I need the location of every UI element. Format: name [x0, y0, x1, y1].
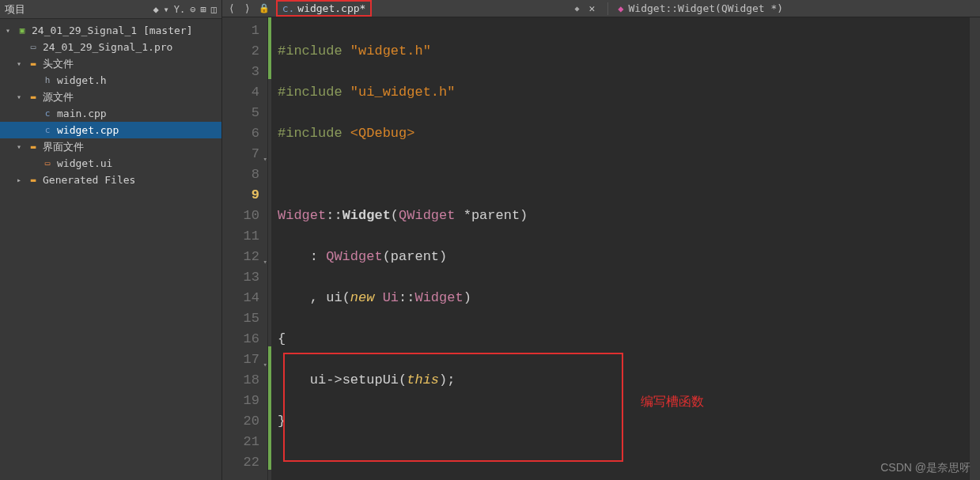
qt-project-icon: ▣	[16, 25, 28, 37]
nav-forward-icon[interactable]: ⟩	[243, 2, 252, 14]
line-num: 22	[222, 452, 259, 473]
tree-sources-folder[interactable]: ▾ ▬ 源文件	[0, 89, 221, 105]
file-icon: ▭	[27, 41, 40, 54]
close-icon[interactable]: ✕	[585, 2, 598, 14]
tree-label: 源文件	[43, 90, 74, 104]
tree-label: widget.h	[57, 74, 107, 86]
line-gutter: 1 2 3 4 5 6 7▾ 8 9 10 11 12▾ 13 14 15 16…	[222, 17, 268, 480]
tree-label: widget.cpp	[57, 124, 119, 136]
fold-icon[interactable]: ▾	[263, 149, 267, 170]
sidebar-header: 项目 ◆ ▾ Y. ⊖ ⊞ ◫	[0, 0, 221, 19]
filter-icon[interactable]: ▾	[164, 4, 169, 15]
tree-pro-file[interactable]: ▭ 24_01_29_Signal_1.pro	[0, 39, 221, 55]
line-num: 11	[222, 226, 259, 247]
combo-arrow-icon[interactable]: ◆	[574, 4, 579, 13]
chevron-down-icon: ▾	[14, 93, 24, 101]
editor-area: ⟨ ⟩ 🔒 c. widget.cpp* ◆ ✕ ◆ Widget::Widge…	[222, 0, 980, 480]
tree-label: 头文件	[43, 57, 74, 71]
line-num: 10	[222, 206, 259, 226]
line-num: 7▾	[222, 144, 259, 164]
tree-header-file[interactable]: h widget.h	[0, 72, 221, 89]
cpp-file-icon: c.	[282, 2, 295, 14]
annotation-text: 编写槽函数	[641, 394, 704, 410]
chevron-down-icon: ▾	[3, 26, 13, 35]
cpp-file-icon: c	[41, 124, 54, 137]
folder-icon: ▬	[27, 58, 40, 70]
sidebar-title: 项目	[5, 2, 153, 17]
dropdown-icon[interactable]: ◆	[153, 4, 158, 15]
cpp-file-icon: c	[41, 108, 54, 120]
tree-label: main.cpp	[57, 108, 107, 119]
code-editor[interactable]: #include "widget.h" #include "ui_widget.…	[271, 17, 969, 480]
chevron-right-icon: ▸	[14, 176, 24, 184]
breadcrumb-label: Widget::Widget(QWidget *)	[629, 2, 784, 14]
folder-icon: ▬	[27, 91, 40, 104]
folder-icon: ▬	[27, 141, 40, 153]
nav-back-icon[interactable]: ⟨	[227, 2, 236, 14]
line-num: 12▾	[222, 247, 259, 267]
line-num: 19	[222, 391, 259, 411]
line-num: 6	[222, 123, 259, 144]
tree-label: 24_01_29_Signal_1 [master]	[32, 25, 193, 36]
file-tab-label: widget.cpp*	[297, 2, 365, 14]
file-tab[interactable]: c. widget.cpp*	[276, 0, 373, 17]
line-num: 16	[222, 329, 259, 350]
folder-icon: ▬	[27, 174, 40, 187]
line-num: 4	[222, 82, 259, 103]
tree-forms-folder[interactable]: ▾ ▬ 界面文件	[0, 138, 221, 155]
tree-label: 界面文件	[43, 140, 84, 154]
link-icon[interactable]: ⊖	[190, 4, 195, 15]
line-num: 1	[222, 21, 259, 41]
tree-project-root[interactable]: ▾ ▣ 24_01_29_Signal_1 [master]	[0, 22, 221, 39]
line-num: 3	[222, 62, 259, 82]
fold-icon[interactable]: ▾	[263, 355, 267, 376]
line-num: 8	[222, 164, 259, 185]
line-num: 15	[222, 308, 259, 329]
fold-icon[interactable]: ▾	[263, 252, 267, 273]
tree-widget-cpp[interactable]: c widget.cpp	[0, 122, 221, 138]
line-num: 2	[222, 41, 259, 62]
line-num: 18	[222, 370, 259, 391]
symbol-breadcrumb[interactable]: ◆ Widget::Widget(QWidget *)	[618, 2, 783, 14]
expand-icon[interactable]: ⊞	[201, 4, 206, 15]
method-icon: ◆	[618, 3, 623, 14]
editor-toolbar: ⟨ ⟩ 🔒 c. widget.cpp* ◆ ✕ ◆ Widget::Widge…	[222, 0, 980, 17]
line-num: 5	[222, 103, 259, 123]
line-num-current: 9	[222, 185, 259, 206]
tree-headers-folder[interactable]: ▾ ▬ 头文件	[0, 55, 221, 72]
tree-label: widget.ui	[57, 157, 112, 169]
chevron-down-icon: ▾	[14, 59, 24, 68]
line-num: 17▾	[222, 350, 259, 370]
ui-file-icon: ▭	[41, 157, 54, 170]
tree-main-cpp[interactable]: c main.cpp	[0, 105, 221, 122]
watermark: CSDN @是奈思呀	[880, 461, 971, 475]
project-tree: ▾ ▣ 24_01_29_Signal_1 [master] ▭ 24_01_2…	[0, 19, 221, 191]
line-num: 14	[222, 288, 259, 308]
lock-icon[interactable]: 🔒	[259, 3, 270, 13]
tree-label: Generated Files	[43, 174, 135, 186]
line-num: 21	[222, 432, 259, 452]
tree-generated-folder[interactable]: ▸ ▬ Generated Files	[0, 172, 221, 188]
h-file-icon: h	[41, 74, 54, 87]
split-icon[interactable]: ◫	[211, 4, 217, 15]
filter2-icon[interactable]: Y.	[174, 4, 185, 15]
chevron-down-icon: ▾	[14, 142, 24, 151]
scrollbar[interactable]	[969, 17, 980, 480]
line-num: 13	[222, 267, 259, 288]
project-sidebar: 项目 ◆ ▾ Y. ⊖ ⊞ ◫ ▾ ▣ 24_01_29_Signal_1 [m…	[0, 0, 222, 480]
line-num: 20	[222, 411, 259, 432]
tree-label: 24_01_29_Signal_1.pro	[43, 41, 172, 53]
tree-widget-ui[interactable]: ▭ widget.ui	[0, 155, 221, 172]
